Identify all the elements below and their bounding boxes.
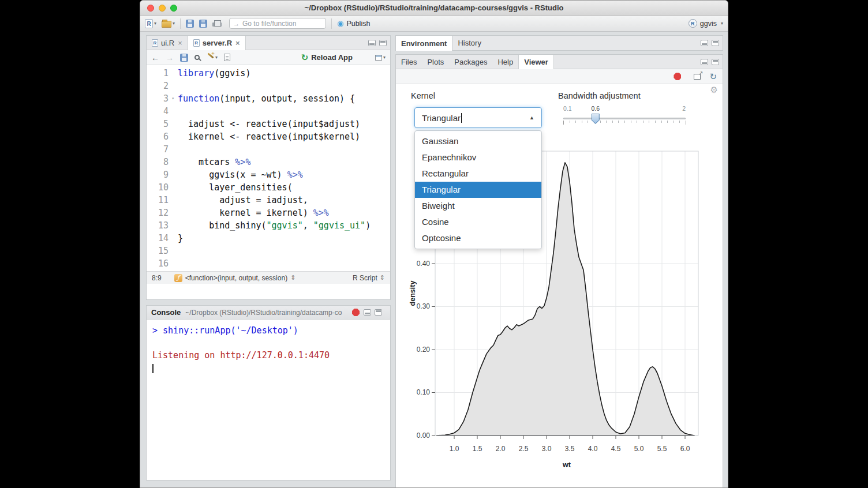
minimize-pane-icon[interactable] xyxy=(701,59,708,65)
slider-tick xyxy=(612,121,613,123)
print-button[interactable] xyxy=(212,19,222,28)
save-all-button[interactable] xyxy=(199,20,207,28)
code-line[interactable]: 8 mtcars %>% xyxy=(147,156,390,168)
save-button[interactable] xyxy=(186,20,194,28)
code-editor[interactable]: 1library(ggvis)2 3▾function(input, outpu… xyxy=(147,65,390,271)
source-pane-menu-button[interactable]: ▾ xyxy=(375,55,386,61)
svg-text:2.0: 2.0 xyxy=(496,445,506,453)
project-switcher[interactable]: R ggvis ▾ xyxy=(689,19,723,28)
publish-button[interactable]: ◉ Publish xyxy=(337,19,370,28)
maximize-pane-icon[interactable] xyxy=(712,59,719,65)
minimize-window-button[interactable] xyxy=(159,5,166,12)
svg-text:4.0: 4.0 xyxy=(588,445,598,453)
kernel-option-triangular[interactable]: Triangular xyxy=(415,182,541,198)
code-line[interactable]: 9 ggvis(x = ~wt) %>% xyxy=(147,168,390,181)
line-number: 5 xyxy=(147,118,173,130)
tab-ui-r[interactable]: R ui.R × xyxy=(147,36,188,50)
line-number: 13 xyxy=(147,219,173,232)
tab-viewer[interactable]: Viewer xyxy=(518,55,554,69)
forward-button[interactable]: → xyxy=(166,53,174,62)
tab-files[interactable]: Files xyxy=(396,55,422,69)
code-line[interactable]: 2 xyxy=(147,80,390,92)
dropdown-arrow-icon: ▲ xyxy=(529,115,534,121)
code-line[interactable]: 14} xyxy=(147,232,390,245)
environment-tabstrip: Environment History xyxy=(396,36,723,50)
code-line[interactable]: 6 ikernel <- reactive(input$kernel) xyxy=(147,130,390,143)
compile-report-button[interactable] xyxy=(224,54,230,61)
maximize-pane-icon[interactable] xyxy=(379,40,387,46)
file-type-menu[interactable]: R Script ⇕ xyxy=(353,274,385,282)
find-replace-button[interactable] xyxy=(194,55,200,60)
kernel-option-biweight[interactable]: Biweight xyxy=(415,198,541,214)
slider-tick xyxy=(624,121,625,123)
save-source-button[interactable] xyxy=(180,54,188,62)
console-header[interactable]: Console ~/Dropbox (RStudio)/RStudio/trai… xyxy=(147,306,390,320)
line-number: 9 xyxy=(147,168,173,181)
code-line[interactable]: 10 layer_densities( xyxy=(147,181,390,194)
back-button[interactable]: ← xyxy=(151,53,159,62)
code-line[interactable]: 1library(ggvis) xyxy=(147,67,390,80)
slider-tick xyxy=(637,121,637,123)
code-text: ikernel <- reactive(input$kernel) xyxy=(173,130,360,143)
fold-icon[interactable]: ▾ xyxy=(171,92,174,105)
close-window-button[interactable] xyxy=(147,5,154,12)
stop-app-icon[interactable] xyxy=(674,73,681,80)
gear-icon[interactable]: ⚙ xyxy=(710,85,718,95)
function-context-label: <function>(input, output, session) xyxy=(185,274,287,282)
tab-help[interactable]: Help xyxy=(492,55,518,69)
stop-icon[interactable] xyxy=(352,309,360,316)
code-line[interactable]: 5 iadjust <- reactive(input$adjust) xyxy=(147,118,390,130)
code-line[interactable]: 13 bind_shiny("ggvis", "ggvis_ui") xyxy=(147,219,390,232)
reload-app-button[interactable]: ↻ Reload App xyxy=(301,52,353,63)
tab-packages[interactable]: Packages xyxy=(449,55,492,69)
chevron-down-icon: ▾ xyxy=(154,21,156,26)
minimize-pane-icon[interactable] xyxy=(364,309,371,316)
minimize-pane-icon[interactable] xyxy=(701,40,708,46)
code-line[interactable]: 4 xyxy=(147,105,390,118)
tab-plots[interactable]: Plots xyxy=(422,55,449,69)
minimize-pane-icon[interactable] xyxy=(368,40,376,46)
slider-min-label: 0.1 xyxy=(563,105,572,112)
bandwidth-label: Bandwidth adjustment xyxy=(558,91,641,100)
kernel-option-gaussian[interactable]: Gaussian xyxy=(415,133,541,149)
open-in-new-window-icon[interactable] xyxy=(694,74,701,80)
toolbar-separator xyxy=(331,18,332,29)
refresh-icon[interactable]: ↻ xyxy=(709,72,717,82)
tab-history[interactable]: History xyxy=(452,36,486,50)
goto-file-input[interactable]: → Go to file/function xyxy=(229,18,326,29)
document-icon xyxy=(224,54,230,61)
code-text: layer_densities( xyxy=(173,181,293,194)
line-number: 15 xyxy=(147,245,173,257)
environment-pane: Environment History xyxy=(395,35,723,51)
code-tools-button[interactable]: ▾ xyxy=(206,54,218,62)
slider-track[interactable] xyxy=(563,118,686,119)
code-line[interactable]: 12 kernel = ikernel) %>% xyxy=(147,207,390,219)
tab-environment[interactable]: Environment xyxy=(396,36,452,51)
new-file-button[interactable]: R▾ xyxy=(145,19,156,28)
editor-statusbar: 8:9 ƒ <function>(input, output, session)… xyxy=(147,271,390,284)
close-tab-icon[interactable]: × xyxy=(178,39,182,47)
kernel-option-optcosine[interactable]: Optcosine xyxy=(415,230,541,246)
kernel-select[interactable]: Triangular ▲ xyxy=(414,107,542,128)
tab-label: Viewer xyxy=(524,58,548,66)
zoom-window-button[interactable] xyxy=(170,5,177,12)
maximize-pane-icon[interactable] xyxy=(712,40,719,46)
code-line[interactable]: 11 adjust = iadjust, xyxy=(147,194,390,207)
kernel-option-epanechnikov[interactable]: Epanechnikov xyxy=(415,149,541,166)
svg-text:0.00: 0.00 xyxy=(417,431,431,440)
open-file-button[interactable]: ▾ xyxy=(162,19,175,28)
bandwidth-slider[interactable]: 0.1 0.6 2 xyxy=(563,104,686,132)
kernel-option-cosine[interactable]: Cosine xyxy=(415,214,541,230)
code-line[interactable]: 15 xyxy=(147,245,390,257)
code-line[interactable]: 7 xyxy=(147,143,390,156)
line-number: 10 xyxy=(147,181,173,194)
console-output[interactable]: > shiny::runApp('~/Desktop') Listening o… xyxy=(147,320,390,378)
maximize-pane-icon[interactable] xyxy=(375,309,382,316)
tab-server-r[interactable]: R server.R × xyxy=(188,36,246,50)
close-tab-icon[interactable]: × xyxy=(235,39,240,47)
code-line[interactable]: 16 xyxy=(147,257,390,270)
slider-tick xyxy=(679,121,680,123)
code-line[interactable]: 3▾function(input, output, session) { xyxy=(147,92,390,105)
kernel-option-rectangular[interactable]: Rectangular xyxy=(415,166,541,182)
function-context-menu[interactable]: ƒ <function>(input, output, session) ⇕ xyxy=(174,274,296,282)
